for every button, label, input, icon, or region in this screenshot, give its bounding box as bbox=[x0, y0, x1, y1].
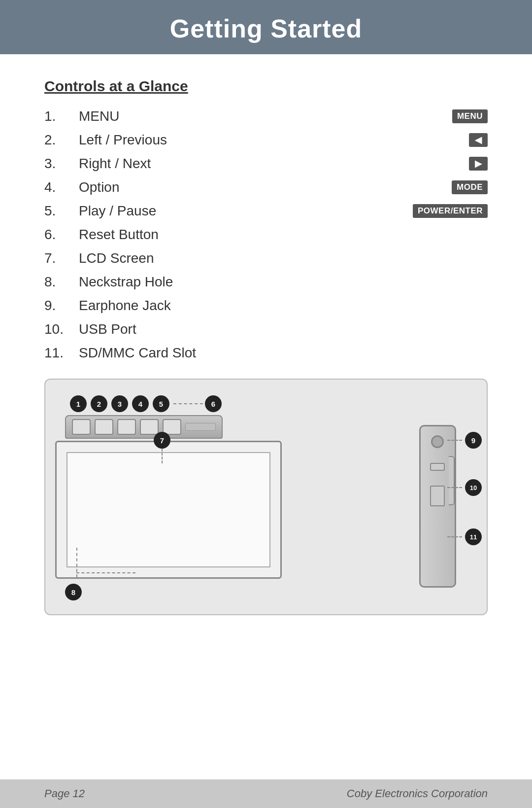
page-footer: Page 12 Coby Electronics Corporation bbox=[0, 779, 532, 808]
list-item: 9. Earphone Jack bbox=[44, 298, 488, 314]
numbered-circles-row: 1 2 3 4 5 6 bbox=[55, 395, 388, 412]
item-number: 1. bbox=[44, 108, 79, 124]
circle-6: 6 bbox=[205, 395, 222, 412]
left-badge: ◀ bbox=[469, 133, 488, 147]
list-item: 3. Right / Next ▶ bbox=[44, 156, 488, 172]
circle-10: 10 bbox=[465, 479, 482, 496]
item-label: LCD Screen bbox=[79, 250, 488, 266]
side-device-wrapper: 9 10 11 bbox=[398, 425, 477, 588]
right-badge: ▶ bbox=[469, 157, 488, 171]
dashed-10 bbox=[447, 487, 462, 488]
circle-3: 3 bbox=[111, 395, 128, 412]
controls-list: 1. MENU MENU 2. Left / Previous ◀ 3. Rig… bbox=[44, 108, 488, 361]
item-label: USB Port bbox=[79, 321, 488, 337]
list-item: 4. Option MODE bbox=[44, 179, 488, 195]
circle-11: 11 bbox=[465, 528, 482, 545]
footer-page-number: Page 12 bbox=[44, 787, 85, 800]
power-enter-badge: POWER/ENTER bbox=[413, 204, 488, 218]
dashed-bottom bbox=[76, 572, 135, 573]
dashed-9 bbox=[447, 440, 462, 441]
list-item: 6. Reset Button bbox=[44, 227, 488, 243]
item-number: 3. bbox=[44, 156, 79, 172]
list-item: 1. MENU MENU bbox=[44, 108, 488, 124]
item-number: 6. bbox=[44, 227, 79, 243]
circle-9-area: 9 bbox=[447, 432, 482, 449]
key-btn-2 bbox=[95, 419, 113, 435]
main-content: Controls at a Glance 1. MENU MENU 2. Lef… bbox=[0, 54, 532, 779]
circle-9: 9 bbox=[465, 432, 482, 449]
diagram-box: 1 2 3 4 5 6 bbox=[44, 379, 488, 615]
circle-8: 8 bbox=[65, 584, 82, 600]
circle-4: 4 bbox=[132, 395, 149, 412]
circles-1-5: 1 2 3 4 5 bbox=[70, 395, 169, 412]
page-title: Getting Started bbox=[0, 14, 532, 43]
list-item: 5. Play / Pause POWER/ENTER bbox=[44, 203, 488, 219]
dashed-11 bbox=[447, 536, 462, 537]
item-number: 4. bbox=[44, 179, 79, 195]
dashed-line-7 bbox=[162, 449, 163, 463]
dashed-line-to-6 bbox=[173, 403, 203, 404]
item-number: 10. bbox=[44, 321, 79, 337]
usb-slot bbox=[430, 463, 445, 471]
section-heading: Controls at a Glance bbox=[44, 78, 488, 95]
item-label: SD/MMC Card Slot bbox=[79, 345, 488, 361]
main-device-diagram: 1 2 3 4 5 6 bbox=[55, 395, 388, 600]
item-number: 5. bbox=[44, 203, 79, 219]
circle-7-area: 7 bbox=[154, 432, 170, 463]
list-item: 11. SD/MMC Card Slot bbox=[44, 345, 488, 361]
screen-inner bbox=[66, 452, 270, 567]
mode-badge: MODE bbox=[452, 180, 488, 194]
list-item: 10. USB Port bbox=[44, 321, 488, 337]
key-btn-3 bbox=[117, 419, 136, 435]
item-label: Left / Previous bbox=[79, 132, 469, 148]
circle-8-area: 8 bbox=[55, 584, 388, 600]
circle-11-area: 11 bbox=[447, 528, 482, 545]
buttons-housing bbox=[65, 415, 223, 439]
screen-area: 7 8 bbox=[55, 441, 388, 600]
item-number: 7. bbox=[44, 250, 79, 266]
key-btn-1 bbox=[72, 419, 91, 435]
side-device-diagram: 9 10 11 bbox=[398, 425, 477, 588]
card-slot bbox=[430, 486, 445, 506]
list-item: 8. Neckstrap Hole bbox=[44, 274, 488, 290]
side-strip bbox=[185, 423, 216, 431]
list-item: 7. LCD Screen bbox=[44, 250, 488, 266]
circle-10-area: 10 bbox=[447, 479, 482, 496]
item-label: MENU bbox=[79, 108, 452, 124]
item-number: 2. bbox=[44, 132, 79, 148]
item-label: Neckstrap Hole bbox=[79, 274, 488, 290]
dashed-left bbox=[76, 548, 77, 577]
list-item: 2. Left / Previous ◀ bbox=[44, 132, 488, 148]
item-number: 8. bbox=[44, 274, 79, 290]
footer-company-name: Coby Electronics Corporation bbox=[347, 787, 488, 800]
side-device-body bbox=[419, 425, 456, 588]
menu-badge: MENU bbox=[452, 109, 488, 123]
item-number: 11. bbox=[44, 345, 79, 361]
circle-1: 1 bbox=[70, 395, 87, 412]
item-label: Earphone Jack bbox=[79, 298, 488, 314]
item-label: Right / Next bbox=[79, 156, 469, 172]
item-label: Play / Pause bbox=[79, 203, 413, 219]
earphone-port bbox=[431, 435, 444, 448]
item-label: Option bbox=[79, 179, 452, 195]
page-header: Getting Started bbox=[0, 0, 532, 54]
button-strip-area bbox=[55, 415, 388, 439]
circle-5: 5 bbox=[153, 395, 169, 412]
circle-7: 7 bbox=[154, 432, 170, 449]
diagram-inner: 1 2 3 4 5 6 bbox=[55, 395, 477, 600]
item-number: 9. bbox=[44, 298, 79, 314]
item-label: Reset Button bbox=[79, 227, 488, 243]
circle-2: 2 bbox=[91, 395, 107, 412]
